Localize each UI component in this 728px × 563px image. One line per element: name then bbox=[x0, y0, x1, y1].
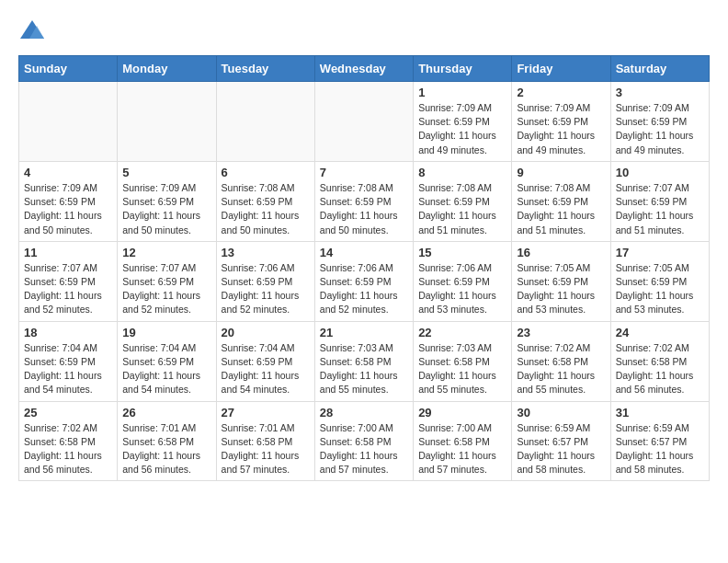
calendar-cell: 1Sunrise: 7:09 AMSunset: 6:59 PMDaylight… bbox=[414, 82, 512, 162]
day-info: Sunrise: 7:09 AMSunset: 6:59 PMDaylight:… bbox=[616, 101, 704, 157]
day-number: 13 bbox=[222, 246, 310, 259]
day-number: 11 bbox=[24, 246, 112, 259]
calendar-cell: 6Sunrise: 7:08 AMSunset: 6:59 PMDaylight… bbox=[216, 161, 314, 241]
calendar-week-row: 1Sunrise: 7:09 AMSunset: 6:59 PMDaylight… bbox=[19, 82, 710, 162]
day-info: Sunrise: 7:01 AMSunset: 6:58 PMDaylight:… bbox=[122, 421, 210, 477]
day-info: Sunrise: 7:06 AMSunset: 6:59 PMDaylight:… bbox=[418, 261, 506, 317]
day-info: Sunrise: 7:08 AMSunset: 6:59 PMDaylight:… bbox=[418, 181, 506, 237]
day-number: 23 bbox=[517, 326, 605, 339]
day-info: Sunrise: 6:59 AMSunset: 6:57 PMDaylight:… bbox=[616, 421, 704, 477]
day-number: 18 bbox=[24, 326, 112, 339]
calendar-cell: 5Sunrise: 7:09 AMSunset: 6:59 PMDaylight… bbox=[118, 161, 216, 241]
calendar-cell: 27Sunrise: 7:01 AMSunset: 6:58 PMDayligh… bbox=[216, 401, 314, 481]
calendar-cell: 22Sunrise: 7:03 AMSunset: 6:58 PMDayligh… bbox=[414, 321, 512, 401]
calendar-cell: 24Sunrise: 7:02 AMSunset: 6:58 PMDayligh… bbox=[610, 321, 709, 401]
day-info: Sunrise: 6:59 AMSunset: 6:57 PMDaylight:… bbox=[517, 421, 605, 477]
day-info: Sunrise: 7:06 AMSunset: 6:59 PMDaylight:… bbox=[320, 261, 408, 317]
day-number: 31 bbox=[616, 406, 704, 419]
day-info: Sunrise: 7:08 AMSunset: 6:59 PMDaylight:… bbox=[222, 181, 310, 237]
day-number: 16 bbox=[517, 246, 605, 259]
calendar-cell: 15Sunrise: 7:06 AMSunset: 6:59 PMDayligh… bbox=[414, 241, 512, 321]
weekday-header: Wednesday bbox=[314, 56, 413, 82]
calendar-cell: 16Sunrise: 7:05 AMSunset: 6:59 PMDayligh… bbox=[512, 241, 610, 321]
day-number: 9 bbox=[517, 166, 605, 179]
calendar-cell: 2Sunrise: 7:09 AMSunset: 6:59 PMDaylight… bbox=[512, 82, 610, 162]
calendar-week-row: 18Sunrise: 7:04 AMSunset: 6:59 PMDayligh… bbox=[19, 321, 710, 401]
day-number: 26 bbox=[122, 406, 210, 419]
calendar-week-row: 4Sunrise: 7:09 AMSunset: 6:59 PMDaylight… bbox=[19, 161, 710, 241]
day-number: 29 bbox=[418, 406, 506, 419]
day-info: Sunrise: 7:04 AMSunset: 6:59 PMDaylight:… bbox=[222, 341, 310, 397]
weekday-header: Tuesday bbox=[216, 56, 314, 82]
day-info: Sunrise: 7:02 AMSunset: 6:58 PMDaylight:… bbox=[517, 341, 605, 397]
day-info: Sunrise: 7:06 AMSunset: 6:59 PMDaylight:… bbox=[222, 261, 310, 317]
day-number: 8 bbox=[418, 166, 506, 179]
weekday-header: Sunday bbox=[19, 56, 118, 82]
calendar-cell bbox=[19, 82, 118, 162]
calendar-cell: 11Sunrise: 7:07 AMSunset: 6:59 PMDayligh… bbox=[19, 241, 118, 321]
header-row: SundayMondayTuesdayWednesdayThursdayFrid… bbox=[19, 56, 710, 82]
calendar-cell: 28Sunrise: 7:00 AMSunset: 6:58 PMDayligh… bbox=[314, 401, 413, 481]
day-number: 2 bbox=[517, 86, 605, 99]
calendar-week-row: 11Sunrise: 7:07 AMSunset: 6:59 PMDayligh… bbox=[19, 241, 710, 321]
day-number: 12 bbox=[122, 246, 210, 259]
calendar-cell: 31Sunrise: 6:59 AMSunset: 6:57 PMDayligh… bbox=[610, 401, 709, 481]
day-info: Sunrise: 7:03 AMSunset: 6:58 PMDaylight:… bbox=[418, 341, 506, 397]
day-info: Sunrise: 7:00 AMSunset: 6:58 PMDaylight:… bbox=[418, 421, 506, 477]
calendar-cell: 17Sunrise: 7:05 AMSunset: 6:59 PMDayligh… bbox=[610, 241, 709, 321]
calendar-cell: 7Sunrise: 7:08 AMSunset: 6:59 PMDaylight… bbox=[314, 161, 413, 241]
calendar-cell: 18Sunrise: 7:04 AMSunset: 6:59 PMDayligh… bbox=[19, 321, 118, 401]
day-info: Sunrise: 7:07 AMSunset: 6:59 PMDaylight:… bbox=[616, 181, 704, 237]
day-number: 27 bbox=[222, 406, 310, 419]
day-info: Sunrise: 7:04 AMSunset: 6:59 PMDaylight:… bbox=[24, 341, 112, 397]
day-info: Sunrise: 7:09 AMSunset: 6:59 PMDaylight:… bbox=[418, 101, 506, 157]
calendar-cell bbox=[216, 82, 314, 162]
day-info: Sunrise: 7:09 AMSunset: 6:59 PMDaylight:… bbox=[122, 181, 210, 237]
logo-icon bbox=[18, 18, 46, 46]
calendar-cell: 3Sunrise: 7:09 AMSunset: 6:59 PMDaylight… bbox=[610, 82, 709, 162]
day-number: 5 bbox=[122, 166, 210, 179]
day-number: 28 bbox=[320, 406, 408, 419]
page-header bbox=[18, 18, 710, 46]
day-info: Sunrise: 7:08 AMSunset: 6:59 PMDaylight:… bbox=[320, 181, 408, 237]
day-info: Sunrise: 7:08 AMSunset: 6:59 PMDaylight:… bbox=[517, 181, 605, 237]
day-number: 25 bbox=[24, 406, 112, 419]
calendar-cell: 20Sunrise: 7:04 AMSunset: 6:59 PMDayligh… bbox=[216, 321, 314, 401]
calendar-cell: 8Sunrise: 7:08 AMSunset: 6:59 PMDaylight… bbox=[414, 161, 512, 241]
calendar-cell bbox=[118, 82, 216, 162]
day-number: 7 bbox=[320, 166, 408, 179]
day-info: Sunrise: 7:02 AMSunset: 6:58 PMDaylight:… bbox=[616, 341, 704, 397]
day-number: 17 bbox=[616, 246, 704, 259]
day-number: 3 bbox=[616, 86, 704, 99]
calendar-cell: 29Sunrise: 7:00 AMSunset: 6:58 PMDayligh… bbox=[414, 401, 512, 481]
calendar-cell: 13Sunrise: 7:06 AMSunset: 6:59 PMDayligh… bbox=[216, 241, 314, 321]
day-number: 30 bbox=[517, 406, 605, 419]
day-number: 6 bbox=[222, 166, 310, 179]
day-info: Sunrise: 7:04 AMSunset: 6:59 PMDaylight:… bbox=[122, 341, 210, 397]
calendar-cell bbox=[314, 82, 413, 162]
day-number: 10 bbox=[616, 166, 704, 179]
day-number: 15 bbox=[418, 246, 506, 259]
day-number: 22 bbox=[418, 326, 506, 339]
weekday-header: Thursday bbox=[414, 56, 512, 82]
day-info: Sunrise: 7:07 AMSunset: 6:59 PMDaylight:… bbox=[24, 261, 112, 317]
day-info: Sunrise: 7:00 AMSunset: 6:58 PMDaylight:… bbox=[320, 421, 408, 477]
calendar-week-row: 25Sunrise: 7:02 AMSunset: 6:58 PMDayligh… bbox=[19, 401, 710, 481]
day-number: 4 bbox=[24, 166, 112, 179]
calendar-cell: 23Sunrise: 7:02 AMSunset: 6:58 PMDayligh… bbox=[512, 321, 610, 401]
logo bbox=[18, 18, 50, 46]
calendar-cell: 9Sunrise: 7:08 AMSunset: 6:59 PMDaylight… bbox=[512, 161, 610, 241]
day-info: Sunrise: 7:01 AMSunset: 6:58 PMDaylight:… bbox=[222, 421, 310, 477]
day-number: 24 bbox=[616, 326, 704, 339]
calendar-cell: 21Sunrise: 7:03 AMSunset: 6:58 PMDayligh… bbox=[314, 321, 413, 401]
day-info: Sunrise: 7:09 AMSunset: 6:59 PMDaylight:… bbox=[517, 101, 605, 157]
calendar-cell: 14Sunrise: 7:06 AMSunset: 6:59 PMDayligh… bbox=[314, 241, 413, 321]
calendar-cell: 30Sunrise: 6:59 AMSunset: 6:57 PMDayligh… bbox=[512, 401, 610, 481]
day-number: 1 bbox=[418, 86, 506, 99]
calendar-cell: 25Sunrise: 7:02 AMSunset: 6:58 PMDayligh… bbox=[19, 401, 118, 481]
calendar-cell: 10Sunrise: 7:07 AMSunset: 6:59 PMDayligh… bbox=[610, 161, 709, 241]
day-info: Sunrise: 7:03 AMSunset: 6:58 PMDaylight:… bbox=[320, 341, 408, 397]
calendar-body: 1Sunrise: 7:09 AMSunset: 6:59 PMDaylight… bbox=[19, 82, 710, 481]
calendar-cell: 19Sunrise: 7:04 AMSunset: 6:59 PMDayligh… bbox=[118, 321, 216, 401]
day-info: Sunrise: 7:09 AMSunset: 6:59 PMDaylight:… bbox=[24, 181, 112, 237]
